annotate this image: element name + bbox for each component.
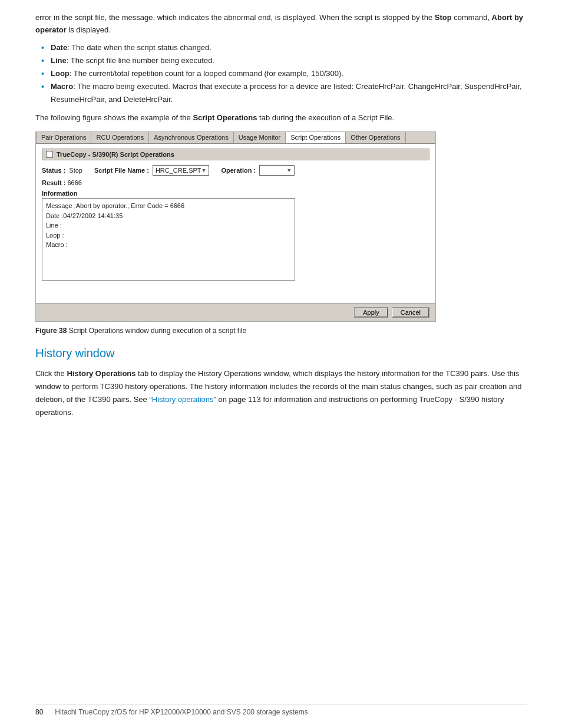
info-line-4: Loop :	[46, 230, 291, 241]
page-footer: 80 Hitachi TrueCopy z/OS for HP XP12000/…	[35, 704, 527, 716]
dropdown-arrow-icon: ▼	[201, 167, 207, 173]
tab-rcu-operations[interactable]: RCU Operations	[91, 132, 149, 143]
figure-caption-text: Script Operations window during executio…	[67, 327, 246, 335]
info-section: Information Message :Abort by operator.,…	[42, 190, 429, 281]
history-heading: History window	[35, 347, 527, 360]
tab-other-operations[interactable]: Other Operations	[346, 132, 405, 143]
script-file-group: Script File Name : HRC_CRE.SPT ▼	[94, 165, 209, 176]
bullet-date-text: : The date when the script status change…	[67, 43, 211, 52]
history-operations-link[interactable]: History operations	[152, 395, 214, 404]
operation-dropdown[interactable]: ▼	[259, 165, 295, 176]
info-line-5: Macro :	[46, 240, 291, 250]
operation-group: Operation : ▼	[221, 165, 295, 176]
bullet-loop-text: : The current/total repetition count for…	[70, 69, 343, 78]
apply-button[interactable]: Apply	[354, 307, 388, 318]
bullet-list: Date: The date when the script status ch…	[35, 41, 527, 106]
panel-title-bar: TrueCopy - S/390(R) Script Operations	[42, 149, 429, 160]
footer-page-number: 80	[35, 708, 43, 716]
panel-title: TrueCopy - S/390(R) Script Operations	[57, 151, 174, 158]
status-value: Stop	[69, 167, 82, 174]
cancel-button[interactable]: Cancel	[392, 307, 429, 318]
tab-async-operations[interactable]: Asynchronous Operations	[149, 132, 234, 143]
figure-intro-rest: tab during the execution of a Script Fil…	[257, 113, 394, 122]
bullet-date-label: Date	[51, 43, 67, 52]
bullet-macro: Macro: The macro being executed. Macros …	[41, 80, 527, 106]
tabs-bar: Pair Operations RCU Operations Asynchron…	[36, 132, 435, 144]
history-operations-bold: History Operations	[67, 369, 135, 378]
figure-intro-pre: The following figure shows the example o…	[35, 113, 193, 122]
result-value: 6666	[67, 179, 81, 186]
intro-text1: error in the script file, the message, w…	[35, 13, 435, 22]
panel-body: TrueCopy - S/390(R) Script Operations St…	[36, 144, 435, 303]
info-line-1: Message :Abort by operator., Error Code …	[46, 201, 291, 211]
bullet-line-text: : The script file line number being exec…	[67, 56, 214, 65]
status-group: Status : Stop	[42, 167, 82, 174]
operation-label: Operation :	[221, 167, 256, 174]
status-label: Status :	[42, 167, 65, 174]
intro-bold1: Stop	[435, 13, 452, 22]
figure-screenshot: Pair Operations RCU Operations Asynchron…	[35, 131, 436, 322]
bullet-line: Line: The script file line number being …	[41, 54, 527, 67]
bullet-loop: Loop: The current/total repetition count…	[41, 67, 527, 80]
tab-usage-monitor[interactable]: Usage Monitor	[234, 132, 286, 143]
tab-script-operations[interactable]: Script Operations	[286, 132, 346, 143]
script-file-label: Script File Name :	[94, 167, 149, 174]
operation-dropdown-arrow-icon: ▼	[286, 167, 292, 173]
bullet-macro-text: : The macro being executed. Macros that …	[51, 82, 522, 104]
history-body-1: Click the	[35, 369, 67, 378]
script-file-dropdown[interactable]: HRC_CRE.SPT ▼	[153, 165, 210, 176]
tab-pair-operations[interactable]: Pair Operations	[36, 132, 91, 143]
intro-paragraph: error in the script file, the message, w…	[35, 12, 527, 37]
info-line-2: Date :04/27/2002 14:41:35	[46, 211, 291, 221]
figure-intro-bold: Script Operations	[193, 113, 257, 122]
bullet-line-label: Line	[51, 56, 67, 65]
script-file-value: HRC_CRE.SPT	[156, 167, 201, 174]
title-icon	[46, 151, 53, 158]
bullet-loop-label: Loop	[51, 69, 70, 78]
figure-label: Figure 38 Script Operations window durin…	[35, 327, 527, 335]
result-row: Result : 6666	[42, 179, 429, 186]
bullet-date: Date: The date when the script status ch…	[41, 41, 527, 54]
page-content: error in the script file, the message, w…	[35, 12, 527, 419]
footer-text: Hitachi TrueCopy z/OS for HP XP12000/XP1…	[55, 708, 308, 716]
info-box: Message :Abort by operator., Error Code …	[42, 198, 295, 281]
bullet-macro-label: Macro	[51, 82, 73, 91]
intro-text2: command,	[452, 13, 492, 22]
figure-number: Figure 38	[35, 327, 67, 335]
status-row: Status : Stop Script File Name : HRC_CRE…	[42, 165, 429, 176]
history-body: Click the History Operations tab to disp…	[35, 367, 527, 419]
info-line-3: Line :	[46, 220, 291, 230]
button-row: Apply Cancel	[36, 303, 435, 321]
intro-text3: is displayed.	[67, 25, 111, 34]
figure-intro-text: The following figure shows the example o…	[35, 113, 527, 122]
info-label: Information	[42, 190, 429, 197]
result-label: Result :	[42, 179, 65, 186]
